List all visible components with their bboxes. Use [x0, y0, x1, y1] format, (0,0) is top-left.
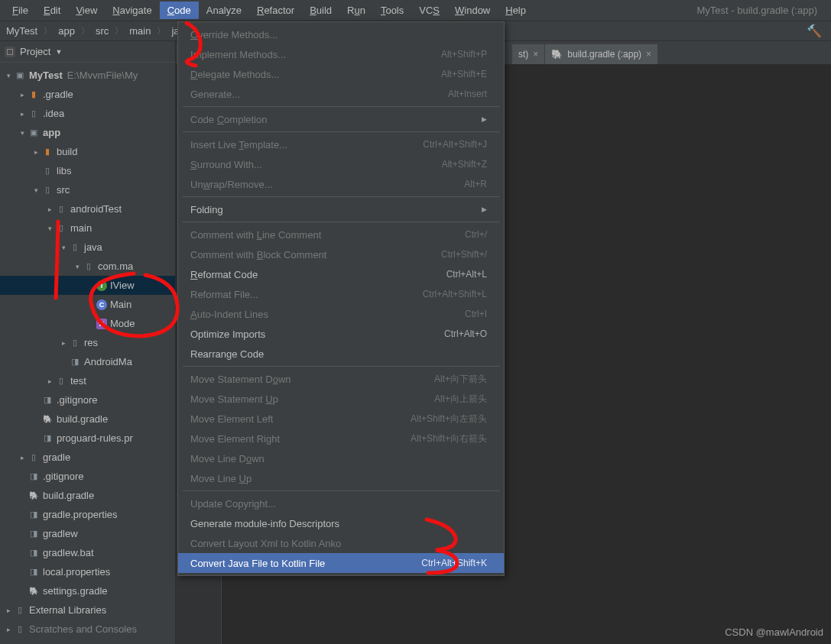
menu-analyze[interactable]: Analyze [199, 2, 249, 19]
menu-view[interactable]: View [68, 2, 105, 19]
crumb-item[interactable]: app [55, 25, 78, 37]
project-header[interactable]: Project ▼ [0, 41, 175, 63]
watermark: CSDN @mawlAndroid [725, 626, 823, 638]
tree-row[interactable]: ◨.gitignore [0, 390, 175, 409]
tree-row[interactable]: ◨gradlew.bat [0, 543, 175, 562]
menubar: FileEditViewNavigateCodeAnalyzeRefactorB… [0, 0, 831, 21]
close-icon[interactable]: × [533, 49, 538, 60]
tab-label: build.gradle (:app) [567, 49, 641, 60]
tree-label: androidTest [70, 203, 122, 215]
tree-row[interactable]: ▾▯src [0, 180, 175, 199]
tree-row[interactable]: ▸▯gradle [0, 448, 175, 467]
folder-icon: ▯ [14, 624, 26, 635]
tree-label: settings.gradle [43, 585, 108, 597]
menu-vcs[interactable]: VCS [411, 2, 447, 19]
folder-icon: ▯ [69, 242, 81, 253]
close-icon[interactable]: × [646, 49, 651, 60]
tree-row[interactable]: ▾▯com.ma [0, 257, 175, 276]
editor-tab[interactable]: st)× [512, 44, 544, 64]
crumb-item[interactable]: src [93, 25, 112, 37]
menu-item: Move Element RightAlt+Shift+向右箭头 [178, 429, 504, 448]
tree-row[interactable]: ▾▣app [0, 123, 175, 142]
tree-row[interactable]: ▯libs [0, 161, 175, 180]
menu-navigate[interactable]: Navigate [105, 2, 159, 19]
menu-file[interactable]: File [5, 2, 36, 19]
menu-item[interactable]: Generate module-info Descriptors [178, 513, 504, 533]
tree-label: res [84, 337, 98, 348]
menu-edit[interactable]: Edit [36, 2, 68, 19]
tree-label: build.gradle [43, 490, 94, 501]
window-title: MyTest - build.gradle (:app) [696, 5, 826, 16]
tree-row[interactable]: ▸▯Scratches and Consoles [0, 620, 175, 639]
tree-row[interactable]: 🐘settings.gradle [0, 581, 175, 600]
code-menu-popup[interactable]: Override Methods...Implement Methods...A… [177, 21, 505, 576]
menu-build[interactable]: Build [302, 2, 339, 19]
tree-row[interactable]: ▾▯main [0, 218, 175, 238]
editor-tab[interactable]: 🐘build.gradle (:app)× [545, 44, 657, 64]
menu-item[interactable]: Optimize ImportsCtrl+Alt+O [178, 324, 504, 344]
tree-row[interactable]: 🐘build.gradle [0, 409, 175, 429]
tree-label: src [57, 184, 70, 196]
tree-row[interactable]: KMode [0, 314, 175, 333]
tree-label: main [70, 222, 92, 234]
tree-row[interactable]: ◨.gitignore [0, 467, 175, 486]
tree-label: .gradle [43, 89, 73, 100]
menu-help[interactable]: Help [498, 2, 534, 19]
menu-item[interactable]: Folding▶ [178, 199, 504, 219]
tree-label: local.properties [43, 566, 110, 578]
tree-row[interactable]: ▸▮build [0, 142, 175, 161]
module-icon: ▣ [28, 128, 40, 138]
menu-window[interactable]: Window [447, 2, 498, 19]
tree-row[interactable]: ◨proguard-rules.pr [0, 429, 175, 448]
crumb-sep: 〉 [78, 25, 93, 37]
menu-item: Code Completion▶ [178, 109, 504, 129]
tree-row[interactable]: IIView [0, 276, 175, 295]
menu-item[interactable]: Rearrange Code [178, 344, 504, 364]
tree-row[interactable]: ◨gradle.properties [0, 505, 175, 524]
tree-label: .gitignore [43, 471, 83, 482]
menu-item: Surround With...Alt+Shift+Z [178, 154, 504, 174]
tree-label: AndroidMa [84, 356, 132, 367]
tree-label: gradle [43, 451, 70, 463]
tree-row[interactable]: ▸▯.idea [0, 104, 175, 123]
menu-item: Insert Live Template...Ctrl+Alt+Shift+J [178, 134, 504, 154]
menu-item[interactable]: Convert Java File to Kotlin FileCtrl+Alt… [178, 553, 504, 573]
menu-item[interactable]: Reformat CodeCtrl+Alt+L [178, 264, 504, 284]
tree-row[interactable]: ▸▮.gradle [0, 85, 175, 104]
menu-item: Comment with Block CommentCtrl+Shift+/ [178, 244, 504, 264]
tree-row[interactable]: ▸▯test [0, 371, 175, 390]
tree-row[interactable]: ◨AndroidMa [0, 352, 175, 371]
chevron-down-icon: ▼ [55, 48, 62, 56]
menu-item: Unwrap/Remove...Alt+R [178, 174, 504, 194]
tree-row[interactable]: ▸▯androidTest [0, 199, 175, 218]
menu-item: Update Copyright... [178, 494, 504, 513]
module-icon: ▣ [14, 70, 26, 81]
file-icon: ◨ [28, 548, 40, 558]
tree-row[interactable]: ▸▯res [0, 333, 175, 352]
menu-item: Delegate Methods...Alt+Shift+E [178, 64, 504, 84]
tree-row[interactable]: CMain [0, 295, 175, 314]
build-icon[interactable]: 🔨 [803, 24, 825, 38]
menu-code[interactable]: Code [160, 2, 199, 19]
menu-run[interactable]: Run [339, 2, 373, 19]
file-icon: ◨ [28, 471, 40, 482]
menu-refactor[interactable]: Refactor [249, 2, 302, 19]
tree-label: libs [57, 165, 72, 176]
tree-row[interactable]: ▸▯External Libraries [0, 600, 175, 620]
tree-row[interactable]: ▾▣MyTestE:\MvvmFile\My [0, 66, 175, 85]
folder-icon: ▯ [14, 605, 26, 616]
project-tree[interactable]: ▾▣MyTestE:\MvvmFile\My▸▮.gradle▸▯.idea▾▣… [0, 63, 175, 644]
crumb-item[interactable]: main [126, 25, 154, 37]
tree-row[interactable]: 🐘build.gradle [0, 486, 175, 505]
tree-row[interactable]: ◨gradlew [0, 524, 175, 543]
file-icon: ◨ [41, 395, 54, 406]
tree-label: gradlew [43, 528, 78, 539]
folder-icon: ▯ [55, 376, 67, 387]
menu-item: Override Methods... [178, 24, 504, 44]
tree-row[interactable]: ◨local.properties [0, 562, 175, 581]
tree-row[interactable]: ▾▯java [0, 238, 175, 257]
crumb-item[interactable]: MyTest [3, 25, 41, 37]
menu-tools[interactable]: Tools [373, 2, 411, 19]
menu-item: Move Statement UpAlt+向上箭头 [178, 389, 504, 409]
file-icon: ◨ [69, 357, 81, 367]
